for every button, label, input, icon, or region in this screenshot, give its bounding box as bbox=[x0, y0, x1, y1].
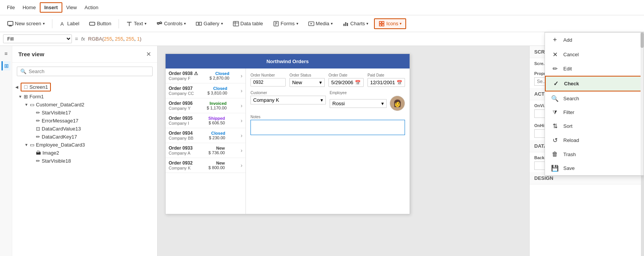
svg-text:A: A bbox=[60, 21, 64, 27]
paid-date-field: Paid Date 12/31/2001 📅 bbox=[368, 73, 405, 87]
order-num-0934: Order 0934 bbox=[169, 130, 194, 136]
new-screen-chevron[interactable]: ▾ bbox=[43, 21, 45, 26]
order-item-0932[interactable]: Order 0932 Company K New $ 800.00 › bbox=[166, 158, 246, 173]
data-table-icon bbox=[233, 21, 239, 27]
customer-select[interactable]: Company K ▾ bbox=[250, 96, 326, 104]
dropdown-scrollbar[interactable] bbox=[641, 33, 644, 175]
paid-date-input[interactable]: 12/31/2001 📅 bbox=[368, 78, 405, 87]
menu-view[interactable]: View bbox=[62, 3, 81, 12]
order-status-0938: Closed bbox=[215, 71, 229, 76]
tree-item-form1[interactable]: ▼ ⊞ Form1 bbox=[12, 93, 157, 101]
icons-chevron[interactable]: ▾ bbox=[400, 21, 402, 26]
order-num-0938: Order 0938 ⚠ bbox=[169, 71, 198, 76]
text-chevron[interactable]: ▾ bbox=[145, 21, 146, 26]
order-chevron-0935: › bbox=[241, 117, 242, 124]
tree-item-customer-datacard2[interactable]: ▼ ▭ Customer_DataCard2 bbox=[12, 101, 157, 109]
search-label: Search bbox=[563, 96, 579, 101]
label-button[interactable]: A Label bbox=[55, 19, 84, 29]
charts-chevron[interactable]: ▾ bbox=[366, 21, 368, 26]
customer-dropdown-arrow: ▾ bbox=[320, 97, 323, 103]
order-num-0933: Order 0933 bbox=[169, 145, 193, 151]
order-status-0935: Shipped bbox=[208, 116, 225, 121]
order-item-0934[interactable]: Order 0934 Company BB Closed $ 230.00 › bbox=[166, 128, 246, 143]
canvas-area[interactable]: Northwind Orders Order 0938 ⚠ Company F … bbox=[158, 46, 529, 256]
filter-icon: ⧩ bbox=[551, 109, 559, 116]
charts-button[interactable]: Charts ▾ bbox=[338, 19, 372, 29]
notes-field: Notes bbox=[250, 115, 405, 135]
dropdown-item-save[interactable]: 💾 Save bbox=[545, 161, 644, 175]
app-title: Northwind Orders bbox=[267, 59, 309, 64]
property-select[interactable]: Fill bbox=[3, 34, 72, 43]
tree-item-datacardkey17[interactable]: ✏ DataCardKey17 bbox=[12, 133, 157, 141]
button-button[interactable]: Button bbox=[85, 19, 115, 29]
expand-arrow-form1[interactable]: ▼ bbox=[18, 95, 22, 99]
tree-item-datacardvalue13[interactable]: ⊡ DataCardValue13 bbox=[12, 125, 157, 133]
datacard-icon: ▭ bbox=[30, 102, 34, 108]
gallery-chevron[interactable]: ▾ bbox=[221, 21, 223, 26]
menu-insert[interactable]: Insert bbox=[40, 2, 62, 13]
icons-button[interactable]: Icons ▾ bbox=[374, 18, 406, 29]
controls-chevron[interactable]: ▾ bbox=[184, 21, 186, 26]
dropdown-item-reload[interactable]: ↺ Reload bbox=[545, 133, 644, 147]
order-date-input[interactable]: 5/29/2006 📅 bbox=[329, 78, 364, 87]
search-icon-dropdown: 🔍 bbox=[551, 95, 559, 102]
dropdown-item-check[interactable]: ✓ Check bbox=[545, 76, 644, 91]
gallery-button[interactable]: Gallery ▾ bbox=[192, 19, 227, 29]
order-left-0936: Order 0936 Company Y bbox=[169, 101, 193, 111]
menu-home[interactable]: Home bbox=[19, 3, 40, 12]
forms-button[interactable]: Forms ▾ bbox=[269, 19, 302, 29]
tree-item-image2[interactable]: 🏔 Image2 bbox=[12, 149, 157, 157]
notes-input[interactable] bbox=[250, 120, 405, 135]
reload-label: Reload bbox=[563, 137, 579, 143]
order-status-select[interactable]: New ▾ bbox=[289, 78, 325, 87]
controls-button[interactable]: Controls ▾ bbox=[152, 19, 190, 29]
order-item-0937[interactable]: Order 0937 Company CC Closed $ 3,810.00 … bbox=[166, 83, 246, 98]
dropdown-item-edit[interactable]: ✏ Edit bbox=[545, 62, 644, 76]
employee-select[interactable]: Rossi ▾ bbox=[330, 99, 387, 108]
media-button[interactable]: Media ▾ bbox=[304, 19, 337, 29]
expand-arrow-screen1[interactable]: ◀ bbox=[15, 85, 19, 89]
order-number-input[interactable]: 0932 bbox=[250, 78, 286, 86]
dropdown-item-search[interactable]: 🔍 Search bbox=[545, 91, 644, 106]
sidebar-search-input[interactable] bbox=[29, 68, 149, 74]
main-layout: ≡ ⊞ Tree view ✕ 🔍 ◀ ☐ Screen1 ▼ ⊞ bbox=[0, 46, 644, 256]
tree-item-errormessage17[interactable]: ✏ ErrorMessage17 bbox=[12, 117, 157, 125]
order-item-0936[interactable]: Order 0936 Company Y Invoiced $ 1,170.00… bbox=[166, 98, 246, 113]
order-amount-0933: $ 736.00 bbox=[208, 150, 225, 155]
new-screen-button[interactable]: New screen ▾ bbox=[3, 19, 49, 29]
text-button[interactable]: Text ▾ bbox=[122, 19, 151, 29]
left-icons-bar: ≡ ⊞ bbox=[0, 46, 12, 256]
divider-1 bbox=[52, 19, 52, 28]
tree-item-starvisible17[interactable]: ✏ StarVisible17 bbox=[12, 109, 157, 117]
dropdown-item-filter[interactable]: ⧩ Filter bbox=[545, 106, 644, 119]
order-item-0935[interactable]: Order 0935 Company I Shipped $ 606.50 › bbox=[166, 113, 246, 128]
tree-item-employee-datacard3[interactable]: ▼ ▭ Employee_DataCard3 bbox=[12, 141, 157, 149]
tree-item-starvisible18[interactable]: ✏ StarVisible18 bbox=[12, 157, 157, 165]
paid-date-calendar-icon[interactable]: 📅 bbox=[397, 80, 402, 85]
app-header: Northwind Orders bbox=[166, 54, 410, 68]
expand-arrow-edc3[interactable]: ▼ bbox=[24, 143, 28, 147]
sidebar-close-button[interactable]: ✕ bbox=[146, 51, 151, 58]
screen1-box[interactable]: ☐ Screen1 bbox=[21, 83, 51, 91]
forms-chevron[interactable]: ▾ bbox=[296, 21, 298, 26]
dropdown-item-add[interactable]: + Add bbox=[545, 33, 644, 47]
dropdown-item-cancel[interactable]: ✕ Cancel bbox=[545, 47, 644, 62]
order-item-0938[interactable]: Order 0938 ⚠ Company F Closed $ 2,870.00… bbox=[166, 68, 246, 83]
starvisible18-label: StarVisible18 bbox=[42, 158, 71, 164]
menu-action[interactable]: Action bbox=[81, 3, 102, 12]
detail-panel: Order Number 0932 Order Status New ▾ Ord… bbox=[246, 68, 410, 214]
order-item-0933[interactable]: Order 0933 Company A New $ 736.00 › bbox=[166, 143, 246, 158]
menu-file[interactable]: File bbox=[3, 3, 19, 12]
media-icon bbox=[308, 21, 314, 27]
media-chevron[interactable]: ▾ bbox=[331, 21, 333, 26]
order-company-0937: Company CC bbox=[169, 91, 194, 96]
expand-arrow-cdc2[interactable]: ▼ bbox=[24, 103, 28, 107]
fx-label[interactable]: fx bbox=[81, 36, 85, 42]
hamburger-icon[interactable]: ≡ bbox=[3, 49, 9, 58]
tree-icon[interactable]: ⊞ bbox=[2, 61, 10, 70]
dropdown-item-trash[interactable]: 🗑 Trash bbox=[545, 147, 644, 161]
data-table-button[interactable]: Data table bbox=[229, 19, 267, 29]
tree-item-screen1[interactable]: ◀ ☐ Screen1 bbox=[12, 82, 157, 93]
dropdown-item-sort[interactable]: ⇅ Sort bbox=[545, 119, 644, 133]
order-date-calendar-icon[interactable]: 📅 bbox=[355, 80, 361, 85]
